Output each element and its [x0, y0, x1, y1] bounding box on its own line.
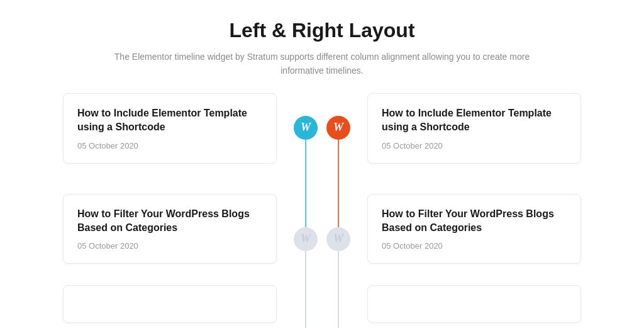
- track-right: W W: [326, 93, 350, 328]
- node-left-2: W: [294, 227, 318, 251]
- card-left-2-title: How to Filter Your WordPress Blogs Based…: [77, 207, 262, 235]
- timeline-left-column: How to Include Elementor Template using …: [39, 93, 291, 328]
- timeline-center: W W W W: [291, 93, 353, 328]
- card-right-1-title: How to Include Elementor Template using …: [382, 106, 567, 135]
- track-left: W W: [294, 93, 318, 328]
- timeline: How to Include Elementor Template using …: [39, 93, 605, 328]
- card-left-3: [63, 285, 277, 323]
- line-right-2-3: [338, 251, 339, 328]
- page-header: Left & Right Layout The Elementor timeli…: [102, 19, 542, 78]
- timeline-right-column: How to Include Elementor Template using …: [353, 93, 605, 328]
- wordpress-icon-right-2: W: [333, 232, 343, 246]
- card-left-2: How to Filter Your WordPress Blogs Based…: [63, 194, 277, 264]
- card-right-3: [367, 285, 581, 323]
- card-right-1-date: 05 October 2020: [382, 141, 567, 150]
- node-left-1: W: [294, 116, 318, 140]
- page-title: Left & Right Layout: [102, 19, 542, 42]
- node-right-2: W: [326, 227, 350, 251]
- card-left-1: How to Include Elementor Template using …: [63, 93, 277, 164]
- card-right-2-date: 05 October 2020: [382, 241, 567, 251]
- card-right-1: How to Include Elementor Template using …: [367, 93, 581, 164]
- card-right-2: How to Filter Your WordPress Blogs Based…: [367, 194, 581, 264]
- line-left-2-3: [305, 251, 306, 328]
- wordpress-icon-left-2: W: [301, 232, 311, 246]
- card-left-1-title: How to Include Elementor Template using …: [77, 106, 262, 135]
- line-left-1-2: [305, 140, 306, 227]
- line-right-1-2: [338, 140, 339, 227]
- card-left-1-date: 05 October 2020: [77, 141, 262, 150]
- node-right-1: W: [326, 116, 350, 140]
- page-subtitle: The Elementor timeline widget by Stratum…: [102, 50, 542, 78]
- wordpress-icon-right-1: W: [333, 121, 343, 134]
- wordpress-icon-left-1: W: [301, 121, 311, 134]
- card-left-2-date: 05 October 2020: [77, 241, 262, 251]
- card-right-2-title: How to Filter Your WordPress Blogs Based…: [382, 207, 567, 235]
